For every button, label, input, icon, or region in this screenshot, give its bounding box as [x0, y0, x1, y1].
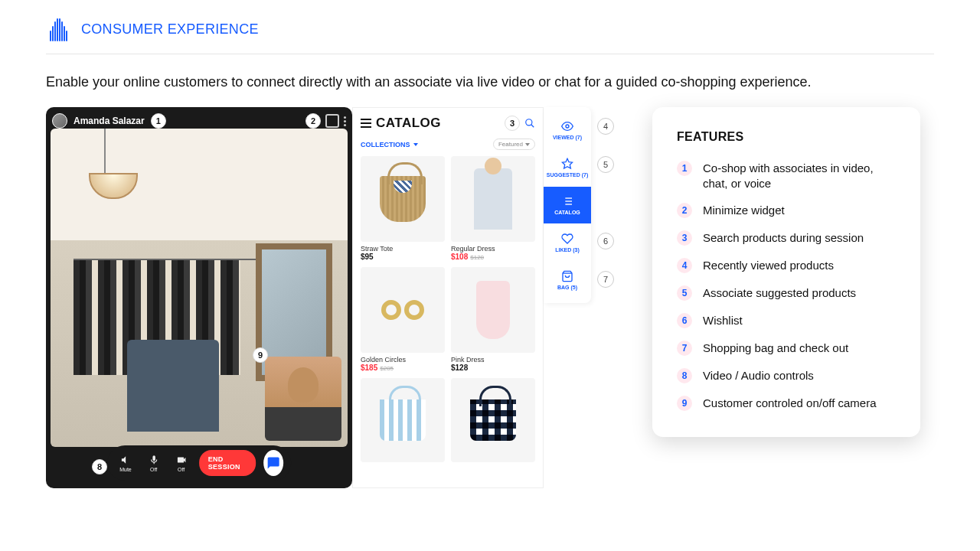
product-name: Golden Circles — [361, 356, 445, 364]
product-name: Straw Tote — [361, 245, 445, 253]
tab-bag[interactable]: BAG (5) — [544, 261, 591, 298]
more-icon[interactable] — [344, 116, 346, 126]
product-price: $95 — [361, 253, 445, 261]
product-image — [476, 281, 510, 339]
callout-2: 2 — [305, 113, 321, 129]
callout-5: 5 — [597, 156, 614, 173]
feature-text: Search products during session — [703, 230, 864, 246]
svg-marker-3 — [562, 159, 572, 169]
product-card[interactable]: Regular Dress $108$120 — [451, 156, 535, 261]
feature-number: 1 — [677, 161, 692, 176]
feature-text: Minimize widget — [703, 203, 785, 218]
feature-item: 7Shopping bag and check out — [677, 341, 896, 356]
product-image — [380, 399, 426, 441]
brand-logo — [46, 17, 70, 41]
callout-1: 1 — [151, 113, 166, 129]
features-title: FEATURES — [677, 130, 896, 144]
callouts-column: 4 5 6 7 — [597, 107, 614, 488]
featured-dropdown[interactable]: Featured — [493, 139, 535, 150]
camera-label: Off — [178, 467, 185, 472]
product-image — [474, 168, 512, 230]
callout-6: 6 — [597, 233, 614, 249]
feature-number: 5 — [677, 285, 692, 301]
callout-8: 8 — [92, 459, 107, 474]
product-price: $185$205 — [361, 364, 445, 372]
mic-label: Off — [150, 467, 157, 472]
mic-button[interactable]: Off — [144, 455, 164, 472]
video-controls: Mute Off Off END SESSION — [107, 445, 291, 481]
feature-text: Co-shop with associates in video, chat, … — [703, 161, 896, 191]
list-icon — [561, 195, 573, 207]
product-card[interactable] — [451, 378, 535, 462]
feature-text: Video / Audio controls — [703, 368, 814, 383]
feature-number: 8 — [677, 368, 692, 383]
customer-pip[interactable] — [265, 357, 341, 441]
side-tabs: VIEWED (7) SUGGESTED (7) CATALOG LIKED (… — [544, 107, 591, 303]
mute-label: Mute — [119, 467, 132, 472]
product-image — [470, 399, 516, 441]
app-mock: Amanda Salazar 1 2 9 8 — [46, 107, 614, 488]
product-price: $108$120 — [451, 253, 535, 261]
feature-item: 1Co-shop with associates in video, chat,… — [677, 161, 896, 191]
feature-number: 6 — [677, 313, 692, 328]
feature-text: Associate suggested products — [703, 285, 856, 301]
feature-number: 3 — [677, 230, 692, 246]
product-name: Pink Dress — [451, 356, 535, 364]
feature-text: Shopping bag and check out — [703, 341, 848, 356]
callout-4: 4 — [597, 118, 614, 135]
callout-3: 3 — [505, 116, 520, 131]
search-icon[interactable] — [524, 118, 535, 129]
camera-button[interactable]: Off — [172, 455, 191, 472]
feature-number: 9 — [677, 396, 692, 411]
chat-button[interactable] — [263, 450, 283, 476]
feature-number: 7 — [677, 341, 692, 356]
catalog-title: CATALOG — [376, 116, 441, 131]
feature-text: Recently viewed products — [703, 258, 834, 273]
product-card[interactable] — [361, 378, 445, 462]
svg-point-2 — [566, 125, 569, 128]
eye-icon — [561, 120, 573, 132]
feature-item: 4Recently viewed products — [677, 258, 896, 273]
tab-suggested[interactable]: SUGGESTED (7) — [544, 149, 591, 187]
feature-item: 6Wishlist — [677, 313, 896, 328]
feature-item: 2Minimize widget — [677, 203, 896, 218]
feature-text: Customer controled on/off camera — [703, 396, 877, 411]
callout-7: 7 — [597, 271, 614, 288]
avatar — [52, 113, 67, 129]
chevron-down-icon — [413, 143, 418, 146]
star-icon — [561, 158, 573, 170]
tab-catalog[interactable]: CATALOG — [544, 187, 591, 224]
associate-name: Amanda Salazar — [74, 116, 145, 126]
feature-item: 8Video / Audio controls — [677, 368, 896, 383]
product-card[interactable]: Golden Circles $185$205 — [361, 267, 445, 372]
feature-item: 9Customer controled on/off camera — [677, 396, 896, 411]
feature-item: 5Associate suggested products — [677, 285, 896, 301]
bag-icon — [561, 270, 573, 282]
minimize-icon[interactable] — [325, 114, 339, 128]
feature-item: 3Search products during session — [677, 230, 896, 246]
intro-text: Enable your online customers to connect … — [46, 74, 934, 90]
product-image — [380, 176, 426, 222]
features-card: FEATURES 1Co-shop with associates in vid… — [652, 107, 920, 437]
feature-number: 4 — [677, 258, 692, 273]
video-panel: Amanda Salazar 1 2 9 8 — [46, 107, 352, 488]
callout-9: 9 — [253, 347, 268, 363]
product-card[interactable]: Straw Tote $95 — [361, 156, 445, 261]
chevron-down-icon — [525, 143, 530, 146]
end-session-button[interactable]: END SESSION — [199, 450, 256, 476]
product-price: $128 — [451, 364, 535, 372]
section-title: CONSUMER EXPERIENCE — [81, 21, 259, 37]
svg-point-0 — [526, 119, 532, 126]
heart-icon — [561, 233, 573, 245]
feature-text: Wishlist — [703, 313, 743, 328]
feature-number: 2 — [677, 203, 692, 218]
collections-dropdown[interactable]: COLLECTIONS — [361, 141, 418, 148]
mute-button[interactable]: Mute — [115, 455, 136, 472]
tab-liked[interactable]: LIKED (3) — [544, 223, 591, 261]
page-header: CONSUMER EXPERIENCE — [46, 17, 934, 54]
catalog-panel: CATALOG 3 COLLECTIONS Featured — [352, 107, 544, 488]
product-card[interactable]: Pink Dress $128 — [451, 267, 535, 372]
menu-icon[interactable] — [361, 119, 371, 128]
product-image — [381, 300, 424, 320]
tab-viewed[interactable]: VIEWED (7) — [544, 112, 591, 149]
